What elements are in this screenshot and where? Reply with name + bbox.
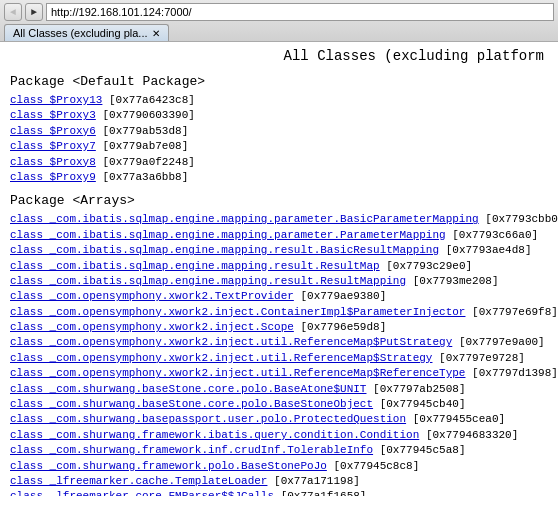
tab-close-button[interactable]: ✕	[152, 28, 160, 39]
back-button[interactable]: ◄	[4, 3, 22, 21]
list-item: class _com.shurwang.framework.ibatis.que…	[10, 428, 548, 443]
arrays-package-heading: Package <Arrays>	[10, 193, 548, 208]
class-address: [0x77945c5a8]	[373, 444, 465, 456]
class-link[interactable]: class _com.opensymphony.xwork2.inject.Co…	[10, 306, 465, 318]
list-item: class _com.opensymphony.xwork2.TextProvi…	[10, 289, 548, 304]
page-title: All Classes (excluding platform	[10, 48, 544, 64]
list-item: class _com.ibatis.sqlmap.engine.mapping.…	[10, 243, 548, 258]
class-address: [0x77a6423c8]	[102, 94, 194, 106]
class-link[interactable]: class $Proxy9	[10, 171, 96, 183]
list-item: class $Proxy13 [0x77a6423c8]	[10, 93, 548, 108]
class-address: [0x7797e9728]	[432, 352, 524, 364]
class-link[interactable]: class _com.shurwang.basepassport.user.po…	[10, 413, 406, 425]
list-item: class _com.shurwang.baseStone.core.polo.…	[10, 397, 548, 412]
list-item: class _com.shurwang.basepassport.user.po…	[10, 412, 548, 427]
class-link[interactable]: class _com.ibatis.sqlmap.engine.mapping.…	[10, 244, 439, 256]
class-link[interactable]: class $Proxy6	[10, 125, 96, 137]
class-link[interactable]: class _lfreemarker.cache.TemplateLoader	[10, 475, 267, 487]
class-link[interactable]: class _com.shurwang.framework.inf.crudIn…	[10, 444, 373, 456]
content-area: All Classes (excluding platform Package …	[0, 42, 558, 496]
class-address: [0x779ae9380]	[294, 290, 386, 302]
class-address: [0x77945c8c8]	[327, 460, 419, 472]
class-address: [0x7797e9a00]	[452, 336, 544, 348]
list-item: class _com.ibatis.sqlmap.engine.mapping.…	[10, 212, 548, 227]
list-item: class _com.opensymphony.xwork2.inject.Co…	[10, 305, 548, 320]
class-address: [0x7797d1398]	[465, 367, 557, 379]
class-address: [0x77a171198]	[267, 475, 359, 487]
list-item: class _lfreemarker.core.FMParser$$JCalls…	[10, 489, 548, 496]
class-link[interactable]: class _com.shurwang.framework.ibatis.que…	[10, 429, 419, 441]
nav-bar: ◄ ►	[4, 3, 554, 21]
arrays-package-section: Package <Arrays> class _com.ibatis.sqlma…	[10, 193, 548, 496]
class-link[interactable]: class _com.shurwang.framework.polo.BaseS…	[10, 460, 327, 472]
class-address: [0x77945cb40]	[373, 398, 465, 410]
list-item: class _com.opensymphony.xwork2.inject.ut…	[10, 366, 548, 381]
class-address: [0x7796e59d8]	[294, 321, 386, 333]
list-item: class $Proxy8 [0x779a0f2248]	[10, 155, 548, 170]
class-link[interactable]: class _com.opensymphony.xwork2.TextProvi…	[10, 290, 294, 302]
list-item: class $Proxy3 [0x7790603390]	[10, 108, 548, 123]
class-address: [0x7797ab2508]	[366, 383, 465, 395]
class-address: [0x7794683320]	[419, 429, 518, 441]
default-package-section: Package <Default Package> class $Proxy13…	[10, 74, 548, 185]
list-item: class _com.opensymphony.xwork2.inject.ut…	[10, 335, 548, 350]
class-link[interactable]: class _com.ibatis.sqlmap.engine.mapping.…	[10, 260, 380, 272]
arrays-classes-list: class _com.ibatis.sqlmap.engine.mapping.…	[10, 212, 548, 496]
class-link[interactable]: class _com.opensymphony.xwork2.inject.Sc…	[10, 321, 294, 333]
class-link[interactable]: class $Proxy3	[10, 109, 96, 121]
default-classes-list: class $Proxy13 [0x77a6423c8]class $Proxy…	[10, 93, 548, 185]
class-address: [0x779455cea0]	[406, 413, 505, 425]
forward-button[interactable]: ►	[25, 3, 43, 21]
tab-bar: All Classes (excluding pla... ✕	[4, 24, 554, 41]
class-link[interactable]: class _com.shurwang.baseStone.core.polo.…	[10, 398, 373, 410]
default-package-heading: Package <Default Package>	[10, 74, 548, 89]
class-address: [0x77a1f1658]	[274, 490, 366, 496]
browser-chrome: ◄ ► All Classes (excluding pla... ✕	[0, 0, 558, 42]
list-item: class _com.shurwang.baseStone.core.polo.…	[10, 382, 548, 397]
list-item: class _com.opensymphony.xwork2.inject.Sc…	[10, 320, 548, 335]
list-item: class $Proxy9 [0x77a3a6bb8]	[10, 170, 548, 185]
list-item: class $Proxy7 [0x779ab7e08]	[10, 139, 548, 154]
class-link[interactable]: class $Proxy7	[10, 140, 96, 152]
class-link[interactable]: class $Proxy8	[10, 156, 96, 168]
class-link[interactable]: class _com.opensymphony.xwork2.inject.ut…	[10, 367, 465, 379]
class-address: [0x7793me208]	[406, 275, 498, 287]
class-link[interactable]: class _com.opensymphony.xwork2.inject.ut…	[10, 352, 432, 364]
class-address: [0x7797e69f8]	[465, 306, 557, 318]
tab-label: All Classes (excluding pla...	[13, 27, 148, 39]
list-item: class _com.ibatis.sqlmap.engine.mapping.…	[10, 259, 548, 274]
class-address: [0x7793c29e0]	[380, 260, 472, 272]
class-link[interactable]: class _lfreemarker.core.FMParser$$JCalls	[10, 490, 274, 496]
class-link[interactable]: class _com.ibatis.sqlmap.engine.mapping.…	[10, 275, 406, 287]
class-address: [0x7793cbb08]	[479, 213, 558, 225]
class-link[interactable]: class _com.opensymphony.xwork2.inject.ut…	[10, 336, 452, 348]
class-link[interactable]: class _com.ibatis.sqlmap.engine.mapping.…	[10, 229, 446, 241]
class-link[interactable]: class _com.ibatis.sqlmap.engine.mapping.…	[10, 213, 479, 225]
list-item: class _com.shurwang.framework.polo.BaseS…	[10, 459, 548, 474]
list-item: class _com.shurwang.framework.inf.crudIn…	[10, 443, 548, 458]
list-item: class _com.ibatis.sqlmap.engine.mapping.…	[10, 274, 548, 289]
class-link[interactable]: class _com.shurwang.baseStone.core.polo.…	[10, 383, 366, 395]
list-item: class $Proxy6 [0x779ab53d8]	[10, 124, 548, 139]
class-address: [0x7790603390]	[96, 109, 195, 121]
list-item: class _com.opensymphony.xwork2.inject.ut…	[10, 351, 548, 366]
browser-tab[interactable]: All Classes (excluding pla... ✕	[4, 24, 169, 41]
class-address: [0x779ab53d8]	[96, 125, 188, 137]
class-address: [0x7793c66a0]	[446, 229, 538, 241]
class-address: [0x7793ae4d8]	[439, 244, 531, 256]
class-address: [0x77a3a6bb8]	[96, 171, 188, 183]
address-bar[interactable]	[46, 3, 554, 21]
class-address: [0x779a0f2248]	[96, 156, 195, 168]
class-address: [0x779ab7e08]	[96, 140, 188, 152]
class-link[interactable]: class $Proxy13	[10, 94, 102, 106]
list-item: class _com.ibatis.sqlmap.engine.mapping.…	[10, 228, 548, 243]
list-item: class _lfreemarker.cache.TemplateLoader …	[10, 474, 548, 489]
